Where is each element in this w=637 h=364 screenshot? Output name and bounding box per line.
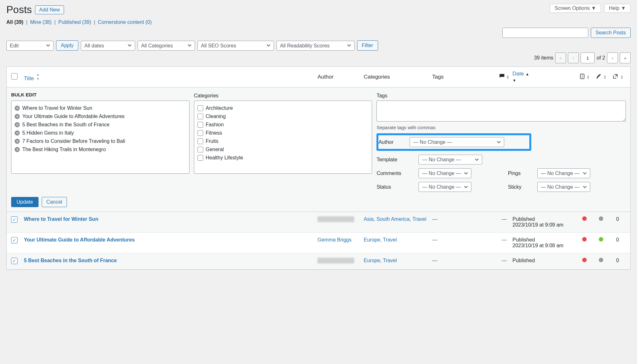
page-prev-button[interactable]: ‹ (568, 52, 579, 63)
bulk-post-item: ✕5 Hidden Gems in Italy (15, 129, 186, 137)
bulk-category-item: Healthy Lifestyle (197, 154, 369, 162)
category-link[interactable]: Europe, Travel (364, 237, 397, 242)
page-last-button[interactable]: » (620, 52, 631, 63)
seo-dot (582, 258, 587, 262)
bulk-category-item: Fashion (197, 121, 369, 129)
author-link[interactable]: Gemma Briggs (318, 237, 352, 242)
search-input[interactable] (502, 28, 588, 38)
pings-select[interactable]: — No Change — (537, 168, 590, 178)
table-row: ✓Where to Travel for Winter SunAsia, Sou… (7, 212, 630, 233)
links-count: 0 (616, 216, 619, 222)
remove-icon[interactable]: ✕ (15, 122, 20, 127)
template-select[interactable]: — No Change — (419, 155, 482, 164)
cancel-button[interactable]: Cancel (42, 197, 67, 207)
category-link[interactable]: Asia, South America, Travel (364, 216, 426, 222)
category-checkbox[interactable] (197, 130, 203, 136)
help-button[interactable]: Help ▼ (604, 4, 631, 13)
bulk-category-item: Architecture (197, 104, 369, 112)
readability-select[interactable]: All Readability Scores (276, 41, 354, 51)
category-label: Fashion (206, 122, 224, 128)
comments-value: — (502, 258, 507, 263)
filter-button[interactable]: Filter (357, 40, 378, 51)
author-select[interactable]: — No Change — (410, 137, 504, 147)
bulk-tags-input[interactable] (376, 101, 626, 122)
svg-point-1 (582, 75, 583, 75)
remove-icon[interactable]: ✕ (15, 147, 20, 152)
row-checkbox[interactable]: ✓ (11, 258, 18, 264)
col-tags[interactable]: Tags (432, 74, 496, 80)
bulk-post-title: The Best Hiking Trails in Montenegro (22, 147, 106, 152)
post-title-link[interactable]: 5 Best Beaches in the South of France (24, 258, 117, 263)
category-checkbox[interactable] (197, 138, 203, 144)
category-checkbox[interactable] (197, 155, 203, 161)
col-author[interactable]: Author (318, 74, 364, 80)
tags-value: — (432, 258, 437, 263)
col-comments[interactable]: ▲▼ (496, 74, 512, 81)
bulk-categories-list: ArchitectureCleaningFashionFitnessFruits… (194, 101, 372, 174)
date-status: Published (512, 258, 535, 263)
categories-select[interactable]: All Categories (138, 41, 195, 51)
pings-label: Pings (508, 171, 524, 176)
remove-icon[interactable]: ✕ (15, 106, 20, 111)
category-checkbox[interactable] (197, 147, 203, 152)
col-seo[interactable]: ▲▼ (576, 74, 593, 81)
filter-cornerstone[interactable]: Cornerstone content (0) (98, 19, 152, 25)
seo-select[interactable]: All SEO Scores (197, 41, 274, 51)
comment-icon (499, 74, 505, 79)
remove-icon[interactable]: ✕ (15, 114, 20, 119)
apply-button[interactable]: Apply (56, 40, 78, 51)
seo-icon (579, 74, 585, 79)
readability-dot (599, 258, 603, 262)
comments-value: — (502, 216, 507, 222)
seo-dot (582, 237, 587, 242)
status-select[interactable]: — No Change — (419, 182, 471, 192)
filter-mine[interactable]: Mine (38) (30, 19, 52, 25)
filter-all[interactable]: All (39) (6, 19, 23, 25)
page-current-input[interactable] (581, 52, 595, 63)
bulk-category-item: General (197, 145, 369, 154)
post-title-link[interactable]: Your Ultimate Guide to Affordable Advent… (24, 237, 135, 242)
category-label: Fruits (206, 138, 218, 144)
search-posts-button[interactable]: Search Posts (591, 28, 631, 38)
bulk-post-item: ✕Your Ultimate Guide to Affordable Adven… (15, 112, 186, 121)
bulk-category-item: Cleaning (197, 112, 369, 121)
select-all-checkbox[interactable] (11, 73, 18, 80)
bulk-post-title: Where to Travel for Winter Sun (22, 105, 92, 111)
comments-select[interactable]: — No Change — (419, 168, 471, 178)
author-highlight: Author — No Change — (376, 133, 531, 151)
tags-value: — (432, 237, 437, 242)
col-categories[interactable]: Categories (364, 74, 432, 80)
col-title[interactable]: Title ▲▼ (24, 72, 318, 82)
screen-options-button[interactable]: Screen Options ▼ (550, 4, 601, 13)
dates-select[interactable]: All dates (81, 41, 135, 51)
category-checkbox[interactable] (197, 105, 203, 111)
svg-point-2 (582, 76, 583, 76)
col-date[interactable]: Date ▲▼ (512, 71, 576, 83)
bulk-categories-label: Categories (194, 93, 372, 99)
page-next-button[interactable]: › (607, 52, 618, 63)
bulk-post-title: 7 Factors to Consider Before Traveling t… (22, 138, 125, 144)
col-readability[interactable]: ▲▼ (593, 74, 609, 81)
bulk-action-select[interactable]: Edit (6, 41, 54, 51)
category-label: Cleaning (206, 114, 226, 119)
filter-published[interactable]: Published (39) (58, 19, 91, 25)
row-checkbox[interactable]: ✓ (11, 216, 18, 223)
remove-icon[interactable]: ✕ (15, 130, 20, 136)
page-first-button[interactable]: « (555, 52, 566, 63)
author-redacted (318, 216, 354, 222)
post-title-link[interactable]: Where to Travel for Winter Sun (24, 216, 98, 222)
comments-value: — (502, 237, 507, 242)
category-link[interactable]: Europe, Travel (364, 258, 397, 263)
category-checkbox[interactable] (197, 114, 203, 119)
col-links[interactable]: ▲▼ (609, 74, 626, 81)
sticky-select[interactable]: — No Change — (537, 182, 590, 192)
items-count: 39 items (534, 55, 553, 61)
category-checkbox[interactable] (197, 122, 203, 128)
comments-label: Comments (376, 171, 405, 176)
add-new-button[interactable]: Add New (35, 5, 64, 14)
remove-icon[interactable]: ✕ (15, 139, 20, 144)
table-row: ✓Your Ultimate Guide to Affordable Adven… (7, 233, 630, 253)
readability-dot (599, 216, 603, 221)
update-button[interactable]: Update (11, 197, 39, 207)
row-checkbox[interactable]: ✓ (11, 237, 18, 243)
